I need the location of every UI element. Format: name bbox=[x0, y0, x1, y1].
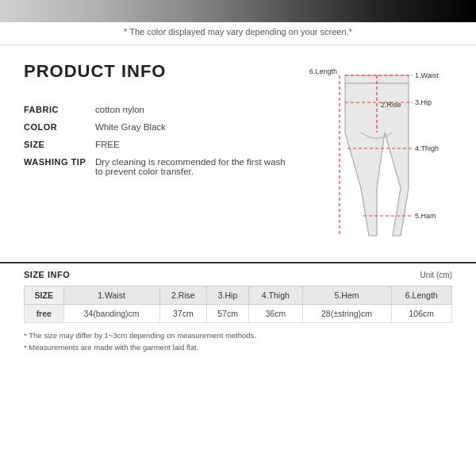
pants-diagram-container: 6.Length 1.Waist 3.Hip 2.Rise 4.Thigh 5.… bbox=[309, 61, 452, 246]
cell-thigh: 36cm bbox=[249, 305, 302, 323]
col-hip: 3.Hip bbox=[206, 287, 248, 305]
col-length: 6.Length bbox=[391, 287, 451, 305]
size-note-2: * Measurements are made with the garment… bbox=[24, 341, 452, 353]
size-row: SIZE FREE bbox=[24, 136, 294, 153]
size-info-section: SIZE INFO Unit (cm) SIZE 1.Waist 2.Rise … bbox=[0, 262, 476, 361]
col-size: SIZE bbox=[25, 287, 64, 305]
cell-waist: 34(banding)cm bbox=[63, 305, 159, 323]
col-waist: 1.Waist bbox=[63, 287, 159, 305]
svg-text:4.Thigh: 4.Thigh bbox=[415, 144, 439, 152]
size-notes: * The size may differ by 1~3cm depending… bbox=[24, 329, 452, 353]
size-value: FREE bbox=[95, 136, 294, 153]
color-value: White Gray Black bbox=[95, 118, 294, 136]
size-table: SIZE 1.Waist 2.Rise 3.Hip 4.Thigh 5.Hem … bbox=[24, 286, 452, 323]
product-info-section: PRODUCT INFO FABRIC cotton nylon COLOR W… bbox=[24, 61, 294, 246]
svg-text:3.Hip: 3.Hip bbox=[415, 98, 432, 106]
product-info-title: PRODUCT INFO bbox=[24, 61, 294, 82]
size-table-header-row: SIZE 1.Waist 2.Rise 3.Hip 4.Thigh 5.Hem … bbox=[25, 287, 452, 305]
washing-tip-value: Dry cleaning is recommended for the firs… bbox=[95, 153, 294, 180]
pants-diagram-section: 6.Length 1.Waist 3.Hip 2.Rise 4.Thigh 5.… bbox=[309, 61, 452, 246]
product-info-table: FABRIC cotton nylon COLOR White Gray Bla… bbox=[24, 101, 294, 180]
size-info-header: SIZE INFO Unit (cm) bbox=[24, 270, 452, 279]
color-label: COLOR bbox=[24, 118, 95, 136]
svg-text:2.Rise: 2.Rise bbox=[381, 101, 401, 109]
fabric-row: FABRIC cotton nylon bbox=[24, 101, 294, 118]
washing-tip-label: WASHING TIP bbox=[24, 153, 95, 180]
color-gradient-bar bbox=[0, 0, 476, 22]
size-info-title: SIZE INFO bbox=[24, 270, 70, 279]
col-thigh: 4.Thigh bbox=[249, 287, 302, 305]
main-content: PRODUCT INFO FABRIC cotton nylon COLOR W… bbox=[0, 45, 476, 254]
fabric-label: FABRIC bbox=[24, 101, 95, 118]
col-hem: 5.Hem bbox=[302, 287, 391, 305]
svg-text:5.Ham: 5.Ham bbox=[415, 212, 436, 220]
pants-diagram-svg: 6.Length 1.Waist 3.Hip 2.Rise 4.Thigh 5.… bbox=[309, 61, 448, 244]
color-row: COLOR White Gray Black bbox=[24, 118, 294, 136]
fabric-value: cotton nylon bbox=[95, 101, 294, 118]
size-note-1: * The size may differ by 1~3cm depending… bbox=[24, 329, 452, 341]
washing-tip-row: WASHING TIP Dry cleaning is recommended … bbox=[24, 153, 294, 180]
cell-rise: 37cm bbox=[159, 305, 206, 323]
table-row: free 34(banding)cm 37cm 57cm 36cm 28(±st… bbox=[25, 305, 452, 323]
unit-label: Unit (cm) bbox=[420, 271, 452, 279]
cell-hem: 28(±string)cm bbox=[302, 305, 391, 323]
cell-hip: 57cm bbox=[206, 305, 248, 323]
cell-size: free bbox=[25, 305, 64, 323]
color-note: * The color displayed may vary depending… bbox=[0, 22, 476, 45]
svg-text:6.Length: 6.Length bbox=[309, 67, 337, 75]
col-rise: 2.Rise bbox=[159, 287, 206, 305]
svg-text:1.Waist: 1.Waist bbox=[415, 71, 439, 79]
size-label: SIZE bbox=[24, 136, 95, 153]
cell-length: 106cm bbox=[391, 305, 451, 323]
